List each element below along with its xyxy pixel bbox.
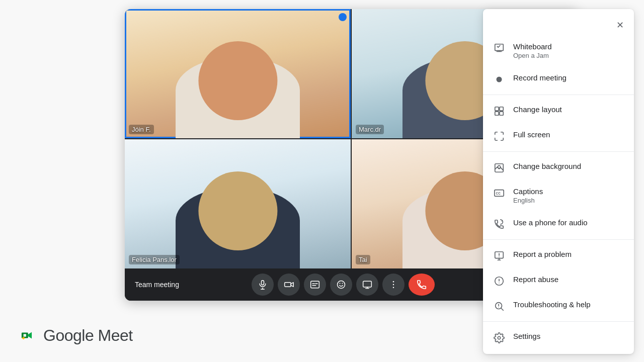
captions-sublabel: English — [513, 197, 543, 205]
troubleshoot-icon — [493, 300, 505, 312]
svg-rect-16 — [363, 281, 372, 287]
svg-rect-26 — [495, 112, 499, 115]
report-abuse-icon — [493, 275, 505, 287]
menu-item-report-abuse[interactable]: Report abuse — [483, 268, 634, 293]
layout-text: Change layout — [513, 104, 562, 115]
report-problem-icon — [493, 250, 505, 262]
whiteboard-icon — [493, 42, 505, 54]
settings-icon — [493, 332, 505, 344]
svg-rect-25 — [500, 107, 503, 111]
captions-button[interactable] — [304, 274, 326, 296]
captions-label: Captions — [513, 186, 543, 197]
fullscreen-icon — [493, 130, 505, 142]
divider-4 — [483, 321, 634, 322]
dropdown-menu: ✕ Whiteboard Open a Jam Record meeting — [483, 9, 634, 354]
meet-logo-icon — [16, 325, 37, 346]
mic-button[interactable] — [252, 274, 274, 296]
svg-rect-27 — [500, 112, 503, 115]
branding: Google Meet — [16, 325, 133, 346]
menu-item-captions[interactable]: CC Captions English — [483, 180, 634, 211]
svg-rect-24 — [495, 107, 499, 111]
end-call-button[interactable] — [409, 274, 435, 296]
participant-name-2: Marc.dr — [356, 125, 384, 134]
phone-text: Use a phone for audio — [513, 217, 588, 228]
divider-3 — [483, 239, 634, 240]
layout-label: Change layout — [513, 104, 562, 115]
video-cell-1: Jóin F. — [125, 9, 351, 138]
svg-point-42 — [498, 336, 501, 339]
svg-rect-9 — [311, 281, 319, 288]
captions-menu-icon: CC — [493, 187, 505, 199]
svg-point-23 — [497, 76, 502, 82]
svg-point-19 — [393, 281, 394, 283]
whiteboard-label: Whiteboard — [513, 41, 552, 52]
record-label: Record meeting — [513, 72, 567, 83]
background-text: Change background — [513, 161, 581, 171]
svg-rect-4 — [261, 281, 264, 285]
camera-button[interactable] — [278, 274, 300, 296]
menu-item-troubleshoot[interactable]: Troubleshooting & help — [483, 293, 634, 318]
record-icon — [493, 73, 505, 85]
video-cell-3: Felicia Pans.lor — [125, 139, 351, 268]
troubleshoot-label: Troubleshooting & help — [513, 299, 591, 310]
svg-point-35 — [499, 256, 499, 257]
report-problem-text: Report a problem — [513, 249, 572, 259]
phone-icon — [493, 218, 505, 230]
svg-point-21 — [393, 287, 394, 289]
menu-item-fullscreen[interactable]: Full screen — [483, 123, 634, 148]
participant-name-3: Felicia Pans.lor — [129, 255, 180, 264]
svg-point-13 — [337, 281, 345, 289]
menu-item-record[interactable]: Record meeting — [483, 66, 634, 92]
meeting-title: Team meeting — [135, 281, 179, 289]
menu-item-whiteboard[interactable]: Whiteboard Open a Jam — [483, 35, 634, 66]
fullscreen-label: Full screen — [513, 129, 550, 140]
svg-rect-22 — [495, 44, 504, 51]
menu-item-background[interactable]: Change background — [483, 155, 634, 180]
whiteboard-sublabel: Open a Jam — [513, 52, 552, 60]
background-icon — [493, 162, 505, 174]
svg-rect-7 — [285, 283, 291, 287]
menu-header: ✕ — [483, 13, 634, 35]
person-head-1 — [198, 41, 277, 120]
present-button[interactable] — [356, 274, 378, 296]
whiteboard-text: Whiteboard Open a Jam — [513, 41, 552, 60]
divider-2 — [483, 151, 634, 152]
background-label: Change background — [513, 161, 581, 171]
captions-text: Captions English — [513, 186, 543, 205]
close-icon: ✕ — [616, 20, 624, 31]
menu-item-settings[interactable]: Settings — [483, 325, 634, 350]
person-overlay-1 — [125, 9, 351, 138]
menu-item-phone[interactable]: Use a phone for audio — [483, 211, 634, 236]
app-name: Google Meet — [43, 326, 133, 345]
fullscreen-text: Full screen — [513, 129, 550, 140]
svg-point-38 — [499, 283, 499, 283]
svg-point-41 — [498, 307, 499, 307]
svg-marker-1 — [28, 332, 32, 339]
report-abuse-text: Report abuse — [513, 274, 558, 285]
settings-text: Settings — [513, 331, 540, 341]
divider-1 — [483, 95, 634, 95]
controls-center — [252, 274, 435, 296]
svg-rect-2 — [24, 334, 27, 337]
menu-item-layout[interactable]: Change layout — [483, 98, 634, 123]
more-options-button[interactable] — [382, 274, 405, 296]
troubleshoot-text: Troubleshooting & help — [513, 299, 591, 310]
person-overlay-3 — [125, 139, 351, 268]
layout-icon — [493, 105, 505, 117]
participant-name-1: Jóin F. — [129, 125, 154, 134]
svg-marker-8 — [291, 283, 293, 287]
active-speaker-dot — [339, 13, 347, 21]
phone-label: Use a phone for audio — [513, 217, 588, 228]
svg-point-20 — [393, 284, 394, 286]
participant-name-4: Tai — [356, 255, 370, 264]
settings-label: Settings — [513, 331, 540, 341]
menu-close-button[interactable]: ✕ — [612, 17, 628, 33]
record-text: Record meeting — [513, 72, 567, 83]
report-problem-label: Report a problem — [513, 249, 572, 259]
report-abuse-label: Report abuse — [513, 274, 558, 285]
menu-item-report-problem[interactable]: Report a problem — [483, 243, 634, 268]
person-head-3 — [198, 171, 277, 250]
svg-text:CC: CC — [496, 192, 501, 195]
reactions-button[interactable] — [330, 274, 352, 296]
